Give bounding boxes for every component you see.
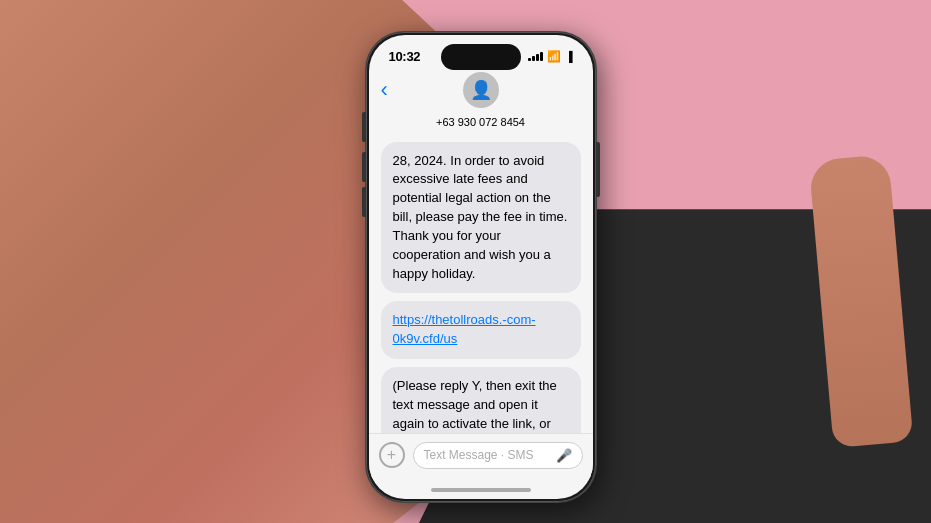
message-link[interactable]: https://thetollroads.-com-0k9v.cfd/us bbox=[393, 312, 536, 346]
signal-icon bbox=[528, 51, 543, 61]
add-attachment-button[interactable]: + bbox=[379, 442, 405, 468]
messages-area: 28, 2024. In order to avoid excessive la… bbox=[369, 134, 593, 433]
wifi-icon: 📶 bbox=[547, 50, 561, 63]
phone-screen: 10:32 📶 ▐ ‹ bbox=[369, 35, 593, 499]
dynamic-island bbox=[441, 44, 521, 70]
home-indicator bbox=[369, 481, 593, 499]
phone-wrapper: 10:32 📶 ▐ ‹ bbox=[366, 32, 596, 502]
status-time: 10:32 bbox=[389, 49, 421, 64]
home-bar bbox=[431, 488, 531, 492]
battery-icon: ▐ bbox=[565, 51, 572, 62]
message-bubble-2[interactable]: https://thetollroads.-com-0k9v.cfd/us bbox=[381, 301, 581, 359]
contact-phone-number[interactable]: +63 930 072 8454 bbox=[369, 116, 593, 134]
message-bubble-1: 28, 2024. In order to avoid excessive la… bbox=[381, 142, 581, 294]
status-icons: 📶 ▐ bbox=[528, 50, 572, 63]
person-icon: 👤 bbox=[470, 79, 492, 101]
phone-frame: 10:32 📶 ▐ ‹ bbox=[366, 32, 596, 502]
message-text-1: 28, 2024. In order to avoid excessive la… bbox=[393, 153, 568, 281]
message-input[interactable]: Text Message · SMS 🎤 bbox=[413, 442, 583, 469]
back-button[interactable]: ‹ bbox=[381, 79, 388, 101]
microphone-icon[interactable]: 🎤 bbox=[556, 448, 572, 463]
message-input-placeholder: Text Message · SMS bbox=[424, 448, 534, 462]
message-text-3: (Please reply Y, then exit the text mess… bbox=[393, 378, 557, 432]
input-bar: + Text Message · SMS 🎤 bbox=[369, 433, 593, 481]
background: 10:32 📶 ▐ ‹ bbox=[0, 0, 931, 523]
contact-avatar[interactable]: 👤 bbox=[463, 72, 499, 108]
nav-bar: ‹ 👤 bbox=[369, 68, 593, 114]
plus-icon: + bbox=[387, 446, 396, 464]
message-bubble-3: (Please reply Y, then exit the text mess… bbox=[381, 367, 581, 432]
